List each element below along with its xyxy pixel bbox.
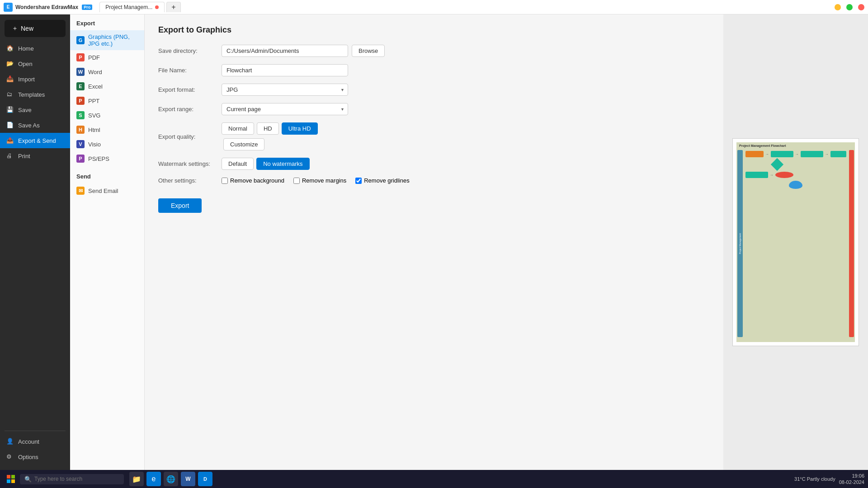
remove-background-checkbox[interactable]: Remove background	[222, 177, 284, 184]
quality-ultrahd-button[interactable]: Ultra HD	[282, 122, 318, 135]
chart-inner: Project Management → → →	[736, 149, 855, 338]
sidebar-item-templates[interactable]: 🗂 Templates	[0, 87, 70, 102]
sidebar-item-save[interactable]: 💾 Save	[0, 102, 70, 117]
export-item-visio[interactable]: V Visio	[70, 137, 144, 151]
sidebar-item-label-print: Print	[18, 153, 30, 160]
save-as-icon: 📄	[6, 122, 14, 129]
export-item-graphics[interactable]: G Graphics (PNG, JPG etc.)	[70, 30, 144, 50]
taskbar-app-word[interactable]: W	[181, 472, 195, 486]
sidebar-item-account[interactable]: 👤 Account	[0, 434, 70, 449]
print-icon: 🖨	[6, 152, 14, 160]
sidebar-item-print[interactable]: 🖨 Print	[0, 148, 70, 164]
file-name-input[interactable]	[222, 64, 348, 76]
quality-normal-button[interactable]: Normal	[222, 122, 254, 135]
export-item-word[interactable]: W Word	[70, 65, 144, 79]
graphics-icon: G	[76, 36, 85, 44]
save-directory-label: Save directory:	[158, 47, 222, 54]
arrow-4: →	[770, 173, 774, 177]
sidebar-item-label-open: Open	[18, 61, 33, 67]
export-item-pdf[interactable]: P PDF	[70, 50, 144, 65]
start-button[interactable]	[4, 472, 18, 486]
export-quality-control: Normal HD Ultra HD Customize	[222, 122, 710, 150]
sidebar-item-export-send[interactable]: 📤 Export & Send	[0, 133, 70, 148]
export-item-ppt[interactable]: P PPT	[70, 94, 144, 108]
sidebar-item-label-home: Home	[18, 45, 34, 52]
tab-bar: Project Managem... +	[99, 2, 180, 12]
watermark-none-button[interactable]: No watermarks	[256, 158, 309, 170]
remove-gridlines-input[interactable]	[355, 178, 362, 184]
sidebar-item-options[interactable]: ⚙ Options	[0, 449, 70, 465]
export-item-html[interactable]: H Html	[70, 122, 144, 137]
sidebar-item-label-options: Options	[18, 454, 38, 460]
minimize-button[interactable]	[835, 4, 841, 10]
export-quality-label: Export quality:	[158, 133, 222, 140]
sidebar-item-label-account: Account	[18, 438, 39, 445]
weather-info: 31°C Partly cloudy	[794, 476, 835, 482]
chart-box-5	[745, 172, 768, 178]
new-button[interactable]: ＋ New	[5, 20, 66, 37]
open-icon: 📂	[6, 60, 14, 67]
save-directory-row: Save directory: Browse	[158, 45, 710, 57]
customize-button[interactable]: Customize	[223, 138, 264, 150]
sidebar-item-import[interactable]: 📥 Import	[0, 71, 70, 87]
remove-background-input[interactable]	[222, 178, 228, 184]
quality-hd-button[interactable]: HD	[257, 122, 279, 135]
chart-row-3: →	[745, 172, 846, 178]
save-directory-input[interactable]	[222, 45, 348, 57]
sidebar-item-save-as[interactable]: 📄 Save As	[0, 117, 70, 133]
browse-button[interactable]: Browse	[352, 45, 385, 57]
save-directory-control: Browse	[222, 45, 710, 57]
export-send-icon: 📤	[6, 137, 14, 144]
time-display: 19:06	[852, 473, 864, 479]
remove-margins-label: Remove margins	[302, 177, 346, 184]
remove-margins-input[interactable]	[293, 178, 300, 184]
chart-box-4	[830, 151, 846, 157]
other-settings-control: Remove background Remove margins Remove …	[222, 177, 710, 184]
remove-gridlines-checkbox[interactable]: Remove gridlines	[355, 177, 409, 184]
chart-box-1	[745, 151, 764, 157]
taskbar: 🔍 📁 e 🌐 W D 31°C Partly cloudy 19:06 08-…	[0, 470, 868, 488]
new-tab-button[interactable]: +	[166, 2, 180, 12]
visio-icon: V	[76, 140, 85, 148]
export-format-select[interactable]: JPG PNG BMP SVG	[222, 84, 348, 96]
export-form: Export to Graphics Save directory: Brows…	[145, 14, 723, 470]
remove-margins-checkbox[interactable]: Remove margins	[293, 177, 346, 184]
watermark-control: Default No watermarks	[222, 158, 710, 170]
app-logo: E Wondershare EdrawMax Pro	[4, 3, 92, 12]
file-name-label: File Name:	[158, 67, 222, 74]
watermark-default-button[interactable]: Default	[222, 158, 254, 170]
taskbar-search-input[interactable]	[34, 476, 119, 482]
export-button[interactable]: Export	[158, 198, 202, 213]
file-name-row: File Name:	[158, 64, 710, 76]
taskbar-app-explorer[interactable]: 📁	[129, 472, 144, 486]
sidebar-item-label-templates: Templates	[18, 91, 45, 98]
export-item-pseps[interactable]: P PS/EPS	[70, 151, 144, 166]
export-item-excel[interactable]: E Excel	[70, 79, 144, 94]
account-icon: 👤	[6, 438, 14, 445]
sidebar-item-open[interactable]: 📂 Open	[0, 56, 70, 71]
chart-sidebar-label: Project Management	[739, 233, 741, 254]
taskbar-search-box[interactable]: 🔍	[20, 474, 124, 484]
sidebar-item-home[interactable]: 🏠 Home	[0, 41, 70, 56]
home-icon: 🏠	[6, 45, 14, 52]
windows-logo-icon	[7, 475, 15, 483]
taskbar-app-chrome[interactable]: 🌐	[164, 472, 178, 486]
send-section: Send ✉ Send Email	[70, 173, 144, 198]
quality-group: Normal HD Ultra HD	[222, 122, 318, 135]
close-button[interactable]	[858, 4, 864, 10]
diamond-shape	[770, 158, 783, 171]
maximize-button[interactable]	[846, 4, 853, 10]
export-item-svg[interactable]: S SVG	[70, 108, 144, 122]
email-icon: ✉	[76, 187, 85, 195]
active-tab[interactable]: Project Managem...	[99, 2, 165, 12]
sidebar-item-label-save: Save	[18, 107, 32, 113]
export-item-label-word: Word	[88, 69, 102, 75]
bottom-strip	[849, 150, 854, 337]
tab-unsaved-indicator[interactable]	[155, 5, 159, 9]
export-range-select[interactable]: Current page All pages	[222, 103, 348, 115]
export-item-send-email[interactable]: ✉ Send Email	[70, 183, 144, 198]
taskbar-app-edge[interactable]: e	[146, 472, 161, 486]
import-icon: 📥	[6, 75, 14, 83]
taskbar-app-edraw[interactable]: D	[198, 472, 212, 486]
export-format-label: Export format:	[158, 86, 222, 93]
